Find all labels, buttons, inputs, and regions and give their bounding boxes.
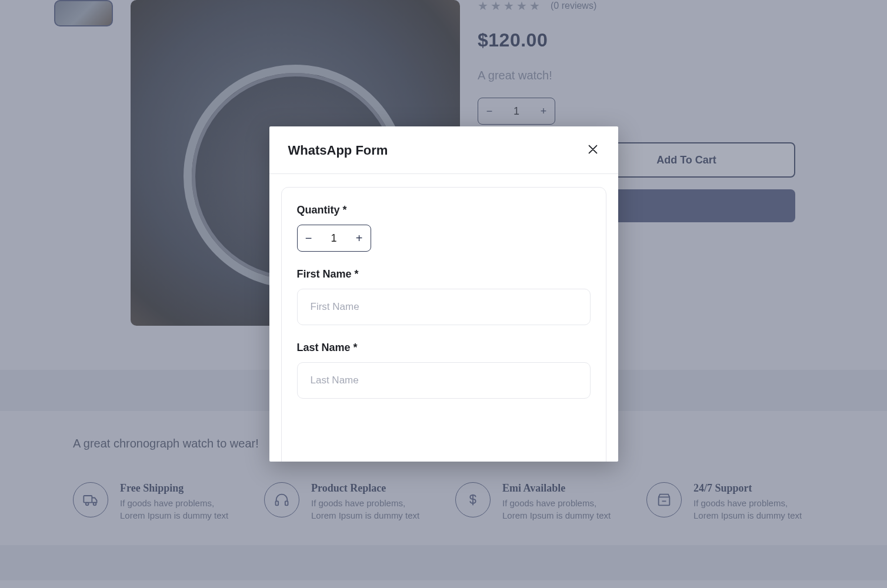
quantity-label: Quantity *: [297, 204, 591, 216]
minus-icon[interactable]: −: [304, 233, 314, 243]
first-name-field[interactable]: [297, 289, 591, 325]
form-card: Quantity * − 1 + First Name * Last Name …: [281, 187, 606, 462]
modal-quantity-value: 1: [331, 232, 336, 245]
modal-header: WhatsApp Form: [269, 126, 618, 174]
last-name-field[interactable]: [297, 362, 591, 399]
whatsapp-form-modal: WhatsApp Form Quantity * − 1 + Firs: [269, 126, 618, 462]
modal-overlay[interactable]: WhatsApp Form Quantity * − 1 + Firs: [0, 0, 887, 588]
quantity-group: Quantity * − 1 +: [297, 204, 591, 252]
last-name-label: Last Name *: [297, 342, 591, 354]
modal-quantity-stepper[interactable]: − 1 +: [297, 225, 371, 252]
last-name-group: Last Name *: [297, 342, 591, 399]
close-button[interactable]: [586, 143, 599, 158]
modal-title: WhatsApp Form: [288, 143, 388, 158]
modal-body[interactable]: Quantity * − 1 + First Name * Last Name …: [269, 174, 618, 462]
plus-icon[interactable]: +: [354, 233, 364, 243]
first-name-group: First Name *: [297, 268, 591, 325]
close-icon: [586, 143, 599, 156]
first-name-label: First Name *: [297, 268, 591, 280]
